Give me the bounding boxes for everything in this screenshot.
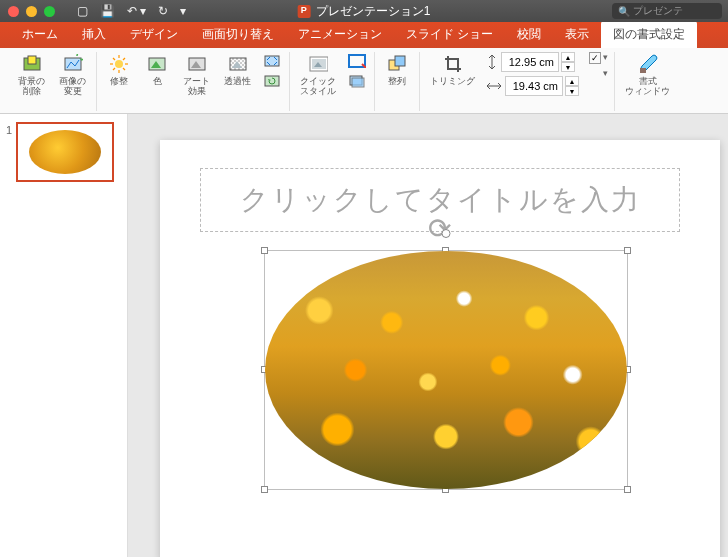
ribbon-group-pane: 書式 ウィンドウ [615,52,680,111]
qat-more-icon[interactable]: ▾ [180,4,186,18]
document-title-text: プレゼンテーション1 [316,3,431,20]
tab-slideshow[interactable]: スライド ショー [394,21,505,48]
svg-line-9 [113,58,115,60]
search-box[interactable]: 🔍 プレゼンテ [612,3,722,19]
width-input[interactable] [505,76,563,96]
slide-thumb[interactable] [16,122,114,182]
brush-icon [638,54,658,74]
color-icon [147,54,167,74]
svg-rect-1 [28,56,36,64]
quick-style-button[interactable]: クイック スタイル [296,52,340,99]
height-up[interactable]: ▲ [561,52,575,62]
ribbon-group-arrange: 整列 [375,52,420,111]
brightness-icon [109,54,129,74]
transparent-button[interactable]: 透過性 [220,52,255,89]
handle-br[interactable] [624,486,631,493]
document-title: プレゼンテーション1 [298,3,431,20]
ribbon-tabbar: ホーム 挿入 デザイン 画面切り替え アニメーション スライド ショー 校閲 表… [0,22,728,48]
handle-tr[interactable] [624,247,631,254]
lock-aspect-checkbox[interactable]: ✓ [589,52,601,64]
height-input[interactable] [501,52,559,72]
search-placeholder: プレゼンテ [633,4,683,18]
slide[interactable]: クリックしてタイトルを入力 ⟳ [160,140,720,557]
quick-style-icon [308,54,328,74]
crop-icon [443,54,463,74]
arrange-button[interactable]: 整列 [381,52,413,89]
tab-review[interactable]: 校閲 [505,21,553,48]
tab-view[interactable]: 表示 [553,21,601,48]
size-dropdown[interactable]: ▾ [603,52,608,64]
tab-animation[interactable]: アニメーション [286,21,394,48]
title-placeholder[interactable]: クリックしてタイトルを入力 ⟳ [200,168,680,232]
tab-insert[interactable]: 挿入 [70,21,118,48]
thumb-image [29,130,101,174]
picture-oval[interactable] [265,251,627,489]
tab-design[interactable]: デザイン [118,21,190,48]
pic-border-button[interactable] [346,52,368,70]
handle-bl[interactable] [261,486,268,493]
remove-bg-button[interactable]: 背景の 削除 [14,52,49,99]
handle-tl[interactable] [261,247,268,254]
svg-rect-32 [640,68,646,73]
close-window-button[interactable] [8,6,19,17]
tab-picture-format[interactable]: 図の書式設定 [601,21,697,48]
change-pic-icon [63,54,83,74]
title-rotate-handle[interactable]: ⟳ [428,212,453,245]
svg-rect-21 [265,56,279,66]
compress-pic-button[interactable] [261,52,283,70]
remove-bg-icon [22,54,42,74]
width-input-row: ▲▼ [485,76,579,96]
svg-rect-31 [395,56,405,66]
powerpoint-icon [298,5,311,18]
style-small-stack [346,52,368,90]
slide-thumbnail-panel: 1 [0,114,128,557]
crop-button[interactable]: トリミング [426,52,479,89]
pic-effect-button[interactable] [346,72,368,90]
minimize-window-button[interactable] [26,6,37,17]
titlebar: ▢ 💾 ↶ ▾ ↻ ▾ プレゼンテーション1 🔍 プレゼンテ [0,0,728,22]
workspace: 1 クリックしてタイトルを入力 ⟳ [0,114,728,557]
flower-image [265,251,627,489]
search-icon: 🔍 [618,6,630,17]
svg-rect-29 [352,78,364,87]
window-controls [8,6,55,17]
svg-point-4 [115,60,123,68]
change-pic-button[interactable]: 画像の 変更 [55,52,90,99]
picture-selection[interactable] [264,250,628,490]
ribbon: 背景の 削除 画像の 変更 修整 色 [0,48,728,114]
slide-thumbnail-1[interactable]: 1 [6,122,121,182]
arrange-icon [387,54,407,74]
autosave-icon[interactable]: ▢ [77,4,88,18]
transparent-icon [228,54,248,74]
height-icon [485,53,499,71]
art-effect-icon [187,54,207,74]
width-icon [485,79,503,93]
rotate-handle[interactable] [442,229,451,238]
color-button[interactable]: 色 [141,52,173,89]
slide-number: 1 [6,122,12,182]
save-icon[interactable]: 💾 [100,4,115,18]
width-up[interactable]: ▲ [565,76,579,86]
correct-button[interactable]: 修整 [103,52,135,89]
art-effect-button[interactable]: アート 効果 [179,52,214,99]
undo-icon[interactable]: ↶ ▾ [127,4,146,18]
width-down[interactable]: ▼ [565,86,579,96]
lock-aspect-row: ✓ ▾ [589,52,608,64]
tab-home[interactable]: ホーム [10,21,70,48]
svg-line-10 [123,68,125,70]
reset-pic-button[interactable] [261,72,283,90]
ribbon-group-style: クイック スタイル [290,52,375,111]
redo-icon[interactable]: ↻ [158,4,168,18]
maximize-window-button[interactable] [44,6,55,17]
svg-line-11 [113,68,115,70]
svg-line-12 [123,58,125,60]
height-down[interactable]: ▼ [561,62,575,72]
format-pane-button[interactable]: 書式 ウィンドウ [621,52,674,99]
ribbon-group-bg: 背景の 削除 画像の 変更 [8,52,97,111]
quick-access-toolbar: ▢ 💾 ↶ ▾ ↻ ▾ [77,4,186,18]
slide-canvas-area[interactable]: クリックしてタイトルを入力 ⟳ [128,114,728,557]
ribbon-group-size: トリミング ▲▼ ▲▼ ✓ ▾ ▾ [420,52,615,111]
tab-transition[interactable]: 画面切り替え [190,21,286,48]
size-launcher[interactable]: ▾ [603,68,608,80]
adjust-small-stack [261,52,283,90]
